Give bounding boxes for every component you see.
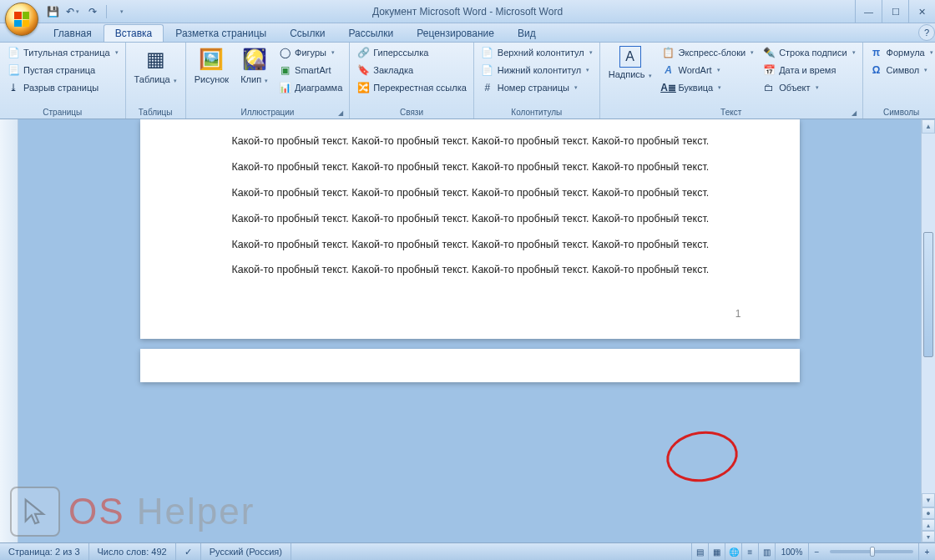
zoom-slider-thumb[interactable] [870,547,875,557]
tab-references[interactable]: Ссылки [278,24,336,42]
scroll-up-button[interactable]: ▲ [922,119,935,134]
view-full-screen[interactable]: ▦ [708,543,725,560]
header-button[interactable]: 📄Верхний колонтитул▾ [478,44,596,61]
scroll-down-button[interactable]: ▼ [922,493,935,507]
maximize-button[interactable]: ☐ [882,0,908,23]
vertical-ruler[interactable] [0,119,18,542]
zoom-level[interactable]: 100% [775,543,808,560]
office-button[interactable] [5,3,38,36]
document-page[interactable]: Какой-то пробный текст. Какой-то пробный… [140,119,800,339]
clipart-icon: 🎑 [241,46,268,73]
next-page-button[interactable]: ▾ [922,531,935,542]
status-language[interactable]: Русский (Россия) [201,543,291,560]
window-title: Документ Microsoft Word - Microsoft Word [0,6,935,18]
view-draft[interactable]: ▥ [758,543,775,560]
title-bar: 💾 ↶▾ ↷ ▾ Документ Microsoft Word - Micro… [0,0,935,23]
paragraph: Какой-то пробный текст. Какой-то пробный… [232,186,754,200]
dropcap-icon: A≣ [662,81,675,94]
table-button[interactable]: ▦ Таблица ▾ [129,44,182,86]
chart-button[interactable]: 📊Диаграмма [275,79,346,96]
cover-page-button[interactable]: 📄Титульная страница▾ [3,44,122,61]
pagenumber-button[interactable]: #Номер страницы▾ [478,79,596,96]
shapes-icon: ◯ [278,46,291,59]
signature-icon: ✒️ [762,46,776,59]
tab-view[interactable]: Вид [506,24,548,42]
quickparts-button[interactable]: 📋Экспресс-блоки▾ [659,44,758,61]
bookmark-icon: 🔖 [356,63,370,77]
object-button[interactable]: 🗀Объект▾ [759,79,858,96]
dropcap-button[interactable]: A≣Буквица▾ [659,79,758,96]
tab-review[interactable]: Рецензирование [405,24,506,42]
close-button[interactable]: ✕ [908,0,935,23]
ribbon: 📄Титульная страница▾ 📃Пустая страница ⤓Р… [0,43,935,119]
bookmark-button[interactable]: 🔖Закладка [353,62,470,78]
qat-customize[interactable]: ▾ [115,5,129,18]
status-bar: Страница: 2 из 3 Число слов: 492 ✓ Русск… [0,542,935,560]
page-break-button[interactable]: ⤓Разрыв страницы [3,79,122,96]
tab-mailings[interactable]: Рассылки [336,24,405,42]
minimize-button[interactable]: — [855,0,882,23]
zoom-slider[interactable] [830,550,913,553]
group-links: 🔗Гиперссылка 🔖Закладка 🔀Перекрестная ссы… [350,43,474,119]
group-label-symbols: Символы [867,107,935,119]
crossref-icon: 🔀 [356,81,370,94]
textbox-icon: A [619,46,641,68]
help-button[interactable]: ? [918,24,935,41]
group-label-tables: Таблицы [129,107,182,119]
dialog-launcher-icon[interactable]: ◢ [336,109,345,118]
crossref-button[interactable]: 🔀Перекрестная ссылка [353,79,470,96]
dialog-launcher-icon[interactable]: ◢ [850,109,858,118]
save-icon[interactable]: 💾 [46,5,59,18]
picture-button[interactable]: 🖼️Рисунок [190,44,235,86]
document-area: Какой-то пробный текст. Какой-то пробный… [0,119,921,542]
status-proof[interactable]: ✓ [176,543,201,560]
hyperlink-button[interactable]: 🔗Гиперссылка [353,44,470,61]
equation-button[interactable]: πФормула▾ [867,44,935,61]
view-print-layout[interactable]: ▤ [691,543,708,560]
header-icon: 📄 [481,46,494,59]
group-label-links: Связи [353,107,470,119]
datetime-button[interactable]: 📅Дата и время [759,62,858,78]
undo-icon[interactable]: ↶▾ [66,5,79,18]
table-icon: ▦ [142,46,169,73]
prev-page-button[interactable]: ▴ [922,519,935,531]
page-break-icon: ⤓ [7,81,20,94]
footer-button[interactable]: 📄Нижний колонтитул▾ [478,62,596,78]
wordart-button[interactable]: AWordArt▾ [659,62,758,78]
smartart-button[interactable]: ▣SmartArt [275,62,346,78]
symbol-icon: Ω [870,63,883,77]
redo-icon[interactable]: ↷ [86,5,99,18]
cover-page-icon: 📄 [7,46,20,59]
pagenum-icon: # [481,81,494,94]
view-web-layout[interactable]: 🌐 [725,543,741,560]
paragraph: Какой-то пробный текст. Какой-то пробный… [232,263,754,277]
scroll-track[interactable] [922,134,935,493]
chart-icon: 📊 [278,81,291,94]
vertical-scrollbar[interactable]: ▲ ▼ ● ▴ ▾ [921,119,935,542]
tab-page-layout[interactable]: Разметка страницы [164,24,278,42]
group-symbols: πФормула▾ ΩСимвол▾ Символы [863,43,935,119]
group-label-pages: Страницы [3,107,122,119]
page-number-footer: 1 [735,307,741,320]
scroll-thumb[interactable] [923,232,933,357]
status-wordcount[interactable]: Число слов: 492 [89,543,176,560]
tab-home[interactable]: Главная [42,24,104,42]
group-pages: 📄Титульная страница▾ 📃Пустая страница ⤓Р… [0,43,126,119]
tab-insert[interactable]: Вставка [104,24,164,42]
zoom-in-button[interactable]: + [918,543,935,560]
browse-object-button[interactable]: ● [922,507,935,519]
status-page[interactable]: Страница: 2 из 3 [0,543,89,560]
footer-icon: 📄 [481,63,494,77]
document-page-next[interactable] [140,349,800,382]
zoom-out-button[interactable]: − [808,543,825,560]
textbox-button[interactable]: AНадпись ▾ [604,44,657,81]
blank-page-button[interactable]: 📃Пустая страница [3,62,122,78]
signature-line-button[interactable]: ✒️Строка подписи▾ [759,44,858,61]
shapes-button[interactable]: ◯Фигуры▾ [275,44,346,61]
clipart-button[interactable]: 🎑Клип ▾ [235,44,273,86]
symbol-button[interactable]: ΩСимвол▾ [867,62,935,78]
view-outline[interactable]: ≡ [741,543,758,560]
paragraph: Какой-то пробный текст. Какой-то пробный… [232,160,754,174]
quick-access-toolbar: 💾 ↶▾ ↷ ▾ [46,5,129,18]
group-illustrations: 🖼️Рисунок 🎑Клип ▾ ◯Фигуры▾ ▣SmartArt 📊Ди… [186,43,351,119]
